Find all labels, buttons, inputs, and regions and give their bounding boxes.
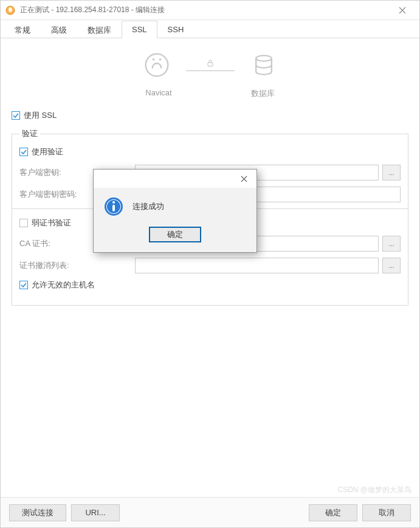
titlebar: 正在测试 - 192.168.254.81-27018 - 编辑连接 — [1, 1, 419, 20]
svg-rect-5 — [208, 63, 213, 66]
checkbox-icon — [19, 219, 28, 227]
use-ssl-checkbox[interactable]: 使用 SSL — [12, 110, 408, 121]
svg-point-3 — [152, 58, 154, 61]
svg-point-1 — [9, 7, 12, 12]
svg-point-10 — [112, 201, 115, 204]
ca-cert-browse-button[interactable]: ... — [382, 236, 401, 252]
ok-button[interactable]: 确定 — [309, 504, 357, 521]
tab-ssh[interactable]: SSH — [157, 21, 195, 38]
result-dialog: 连接成功 确定 — [93, 169, 257, 253]
database-icon — [249, 50, 278, 80]
checkbox-icon — [19, 281, 28, 289]
test-connection-button[interactable]: 测试连接 — [9, 504, 66, 521]
crl-browse-button[interactable]: ... — [382, 258, 401, 273]
dialog-titlebar — [94, 170, 256, 188]
svg-rect-11 — [112, 205, 115, 211]
svg-point-6 — [256, 55, 272, 61]
lock-icon — [206, 59, 215, 70]
tab-advanced[interactable]: 高级 — [41, 21, 77, 38]
navicat-icon — [142, 50, 171, 80]
window-title: 正在测试 - 192.168.254.81-27018 - 编辑连接 — [20, 5, 390, 15]
verify-legend: 验证 — [19, 128, 40, 139]
checkbox-icon — [12, 111, 20, 120]
secure-line-icon — [186, 59, 235, 71]
tab-content: Navicat 数据库 使用 SSL 验证 使用验证 客户端密钥: ... 客户… — [1, 38, 419, 497]
dialog-close-button[interactable] — [231, 170, 256, 188]
allow-invalid-host-checkbox[interactable]: 允许无效的主机名 — [19, 279, 401, 290]
weak-cert-label: 弱证书验证 — [32, 218, 71, 228]
allow-invalid-host-label: 允许无效的主机名 — [32, 279, 95, 290]
diagram-left-label: Navicat — [145, 88, 171, 99]
connection-diagram — [12, 50, 408, 80]
dialog-message: 连接成功 — [133, 201, 164, 212]
use-auth-checkbox[interactable]: 使用验证 — [19, 146, 401, 157]
use-ssl-label: 使用 SSL — [24, 110, 57, 121]
uri-button[interactable]: URI... — [71, 504, 120, 521]
dialog-ok-button[interactable]: 确定 — [149, 227, 201, 242]
svg-point-2 — [145, 54, 168, 77]
footer-bar: 测试连接 URI... 确定 取消 — [1, 497, 419, 527]
diagram-right-label: 数据库 — [251, 88, 275, 99]
diagram-labels: Navicat 数据库 — [12, 88, 408, 99]
client-key-browse-button[interactable]: ... — [382, 165, 401, 180]
tab-ssl[interactable]: SSL — [122, 21, 157, 38]
app-icon — [5, 5, 15, 15]
tab-general[interactable]: 常规 — [4, 21, 41, 38]
tab-bar: 常规 高级 数据库 SSL SSH — [1, 20, 419, 38]
info-icon — [103, 196, 124, 217]
edit-connection-window: 正在测试 - 192.168.254.81-27018 - 编辑连接 常规 高级… — [0, 0, 420, 528]
svg-point-4 — [159, 58, 161, 61]
crl-label: 证书撤消列表: — [19, 260, 135, 271]
cancel-button[interactable]: 取消 — [362, 504, 411, 521]
crl-input[interactable] — [135, 258, 379, 273]
use-auth-label: 使用验证 — [32, 146, 63, 157]
window-close-button[interactable] — [390, 1, 415, 20]
tab-databases[interactable]: 数据库 — [77, 21, 122, 38]
checkbox-icon — [19, 148, 28, 156]
